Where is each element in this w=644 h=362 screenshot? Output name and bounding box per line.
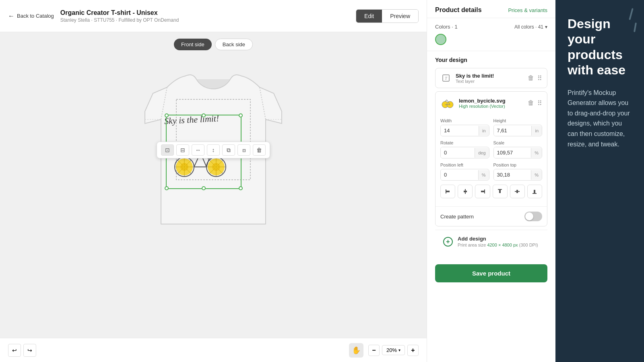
- align-bottom-btn[interactable]: [527, 185, 542, 198]
- panel-title: Product details: [435, 6, 482, 14]
- side-tabs: Front side Back side: [174, 39, 253, 50]
- edit-button[interactable]: Edit: [356, 10, 382, 23]
- save-product-button[interactable]: Save product: [435, 264, 547, 282]
- floating-toolbar: ⊡ ⊟ ↔ ↕ ⧉ ⧈ 🗑: [157, 142, 270, 158]
- toolbar-resize-btn[interactable]: ↔: [192, 144, 204, 156]
- svg-layer-item: lemon_bycicle.svg High resolution (Vecto…: [435, 91, 547, 226]
- text-layer-name: Sky is the limit!: [456, 73, 528, 79]
- align-top-btn[interactable]: [493, 185, 508, 198]
- prices-variants-link[interactable]: Prices & variants: [508, 7, 547, 13]
- add-design-row[interactable]: + Add design Print area size 4200 × 4800…: [435, 230, 547, 253]
- zoom-out-button[interactable]: −: [368, 345, 380, 356]
- toolbar-resize-v-btn[interactable]: ↕: [207, 144, 220, 156]
- scale-group: Scale %: [493, 140, 543, 158]
- svg-drag-btn[interactable]: ⠿: [537, 99, 542, 107]
- colors-section: Colors · 1 All colors · 41 ▾: [427, 18, 555, 51]
- height-group: Height in: [493, 118, 543, 136]
- undo-redo-group: ↩ ↪: [8, 344, 36, 357]
- toolbar-duplicate-btn[interactable]: ⧉: [222, 144, 235, 156]
- resize-handle-bl[interactable]: [165, 186, 169, 190]
- rotate-input[interactable]: [441, 147, 475, 158]
- undo-button[interactable]: ↩: [8, 344, 21, 357]
- save-section: Save product: [427, 259, 555, 288]
- redo-button[interactable]: ↪: [23, 344, 36, 357]
- product-title: Organic Creator T-shirt - Unisex: [60, 9, 349, 16]
- toolbar-crop-btn[interactable]: ⊡: [161, 144, 174, 156]
- zoom-value[interactable]: 20% ▾: [382, 345, 405, 355]
- align-middle-v-btn[interactable]: [510, 185, 525, 198]
- position-left-group: Position left %: [440, 162, 489, 181]
- svg-rect-52: [481, 191, 484, 192]
- colors-label: Colors · 1: [435, 24, 458, 30]
- scale-label: Scale: [493, 140, 543, 145]
- chevron-down-icon: ▾: [545, 24, 547, 30]
- text-layer-item[interactable]: T Sky is the limit! Text layer 🗑 ⠿: [435, 68, 547, 88]
- resize-handle-tr[interactable]: [239, 113, 243, 117]
- svg-rect-51: [484, 189, 485, 193]
- zoom-control: − 20% ▾ +: [368, 345, 419, 356]
- toolbar-delete-btn[interactable]: 🗑: [253, 144, 266, 156]
- deco-line-2: [634, 23, 637, 32]
- properties-form: Width in Height in: [436, 114, 547, 206]
- bottom-bar: ↩ ↪ ✋ − 20% ▾ +: [0, 338, 427, 362]
- create-pattern-row: Create pattern: [436, 206, 547, 226]
- resize-handle-tm[interactable]: [202, 113, 206, 117]
- add-design-info: Add design Print area size 4200 × 4800 p…: [458, 236, 539, 247]
- svg-rect-56: [516, 190, 518, 193]
- zoom-in-button[interactable]: +: [407, 345, 419, 356]
- scale-input-group: %: [493, 147, 543, 158]
- back-side-tab[interactable]: Back side: [215, 39, 253, 50]
- text-layer-drag-btn[interactable]: ⠿: [537, 74, 542, 82]
- resize-handle-bm[interactable]: [202, 186, 206, 190]
- svg-rect-53: [498, 189, 502, 190]
- header: ← Back to Catalog Organic Creator T-shir…: [0, 0, 427, 32]
- back-label: Back to Catalog: [17, 13, 54, 19]
- toolbar-flip-h-btn[interactable]: ⊟: [176, 144, 189, 156]
- hand-tool-button[interactable]: ✋: [349, 343, 363, 358]
- svg-rect-50: [464, 191, 467, 192]
- align-left-btn[interactable]: [440, 185, 455, 198]
- height-input[interactable]: [494, 125, 532, 136]
- zoom-dropdown-icon: ▾: [398, 348, 400, 352]
- back-to-catalog-button[interactable]: ← Back to Catalog: [8, 12, 54, 20]
- align-horizontal-row: [440, 185, 542, 198]
- text-layer-type: Text layer: [456, 79, 528, 84]
- svg-thumbnail: [440, 96, 455, 110]
- text-layer-icon: T: [440, 72, 452, 84]
- width-input-group: in: [440, 125, 489, 136]
- svg-info: lemon_bycicle.svg High resolution (Vecto…: [459, 98, 528, 109]
- text-layer-delete-btn[interactable]: 🗑: [528, 74, 534, 82]
- position-left-label: Position left: [440, 162, 489, 167]
- position-top-input-group: %: [493, 169, 543, 181]
- preview-button[interactable]: Preview: [382, 10, 418, 23]
- product-info: Organic Creator T-shirt - Unisex Stanley…: [60, 9, 349, 23]
- color-swatch-mint[interactable]: [435, 34, 446, 45]
- position-left-input[interactable]: [441, 169, 478, 180]
- create-pattern-toggle[interactable]: [524, 212, 542, 221]
- svg-rect-58: [534, 190, 535, 193]
- scale-input[interactable]: [494, 147, 531, 158]
- align-right-btn[interactable]: [475, 185, 490, 198]
- svg-delete-btn[interactable]: 🗑: [528, 99, 534, 107]
- promo-heading: Design your products with ease: [568, 16, 632, 78]
- text-layer-info: Sky is the limit! Text layer: [456, 73, 528, 84]
- align-center-h-btn[interactable]: [458, 185, 473, 198]
- pattern-label: Create pattern: [440, 214, 524, 220]
- all-colors-button[interactable]: All colors · 41 ▾: [514, 24, 547, 30]
- height-input-group: in: [493, 125, 543, 136]
- resize-handle-br[interactable]: [239, 186, 243, 190]
- svg-name: lemon_bycicle.svg: [459, 98, 528, 104]
- width-input[interactable]: [441, 125, 479, 136]
- svg-line-44: [445, 100, 447, 101]
- rotate-group: Rotate deg: [440, 140, 489, 158]
- scale-unit: %: [531, 148, 542, 158]
- add-design-sub: Print area size 4200 × 4800 px (300 DPI): [458, 243, 539, 247]
- print-area-link[interactable]: 4200 × 4800 px: [487, 243, 518, 247]
- toolbar-copy-btn[interactable]: ⧈: [237, 144, 250, 156]
- resize-handle-tl[interactable]: [165, 113, 169, 117]
- position-top-input[interactable]: [494, 169, 531, 180]
- text-layer-actions: 🗑 ⠿: [528, 74, 542, 82]
- edit-preview-toggle: Edit Preview: [356, 9, 419, 23]
- front-side-tab[interactable]: Front side: [174, 39, 212, 50]
- add-design-icon: +: [443, 237, 453, 247]
